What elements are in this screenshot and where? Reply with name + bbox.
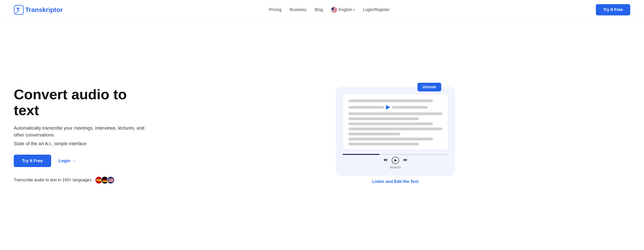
doc-line-7 bbox=[348, 133, 400, 135]
logo-icon: T bbox=[14, 5, 24, 15]
languages-row: Transcribe audio to text in 100+ languag… bbox=[14, 176, 147, 184]
listen-edit-label[interactable]: Listen and Edit the Text bbox=[336, 179, 455, 184]
document-mock bbox=[343, 94, 448, 150]
hero-subtitle2: State of the art A.I., simple interface bbox=[14, 141, 147, 146]
audio-controls bbox=[382, 156, 408, 165]
header-try-free-button[interactable]: Try It Free bbox=[596, 4, 630, 15]
svg-rect-9 bbox=[331, 12, 337, 12]
play-button[interactable] bbox=[391, 156, 400, 165]
hero-subtitle1: Automatically transcribe your meetings, … bbox=[14, 124, 147, 138]
play-inner-icon bbox=[394, 159, 397, 162]
time-code: 00:00:03 bbox=[390, 166, 401, 169]
fast-forward-icon bbox=[403, 158, 408, 162]
hero-illustration: Unmute bbox=[160, 87, 630, 184]
doc-line-6 bbox=[348, 128, 442, 130]
svg-marker-13 bbox=[404, 159, 406, 161]
rewind-button[interactable] bbox=[382, 157, 388, 164]
language-flags: 🇪🇸 🇩🇪 🇺🇸 bbox=[95, 176, 115, 184]
login-arrow-icon: → bbox=[72, 158, 76, 163]
logo[interactable]: T Transkriptor bbox=[14, 5, 62, 15]
svg-marker-12 bbox=[385, 159, 387, 161]
hero-left-content: Convert audio to text Automatically tran… bbox=[14, 87, 147, 184]
audio-track-filled bbox=[343, 154, 380, 155]
doc-line-4 bbox=[348, 117, 419, 120]
play-cursor-row bbox=[348, 105, 442, 110]
unmute-button[interactable]: Unmute bbox=[418, 83, 441, 91]
svg-rect-8 bbox=[331, 11, 337, 12]
language-selector[interactable]: English ▾ bbox=[331, 7, 355, 13]
svg-rect-10 bbox=[331, 7, 334, 10]
hero-try-free-button[interactable]: Try It Free bbox=[14, 155, 51, 167]
doc-line-3 bbox=[348, 112, 442, 115]
rewind-icon bbox=[383, 158, 388, 162]
doc-line-partial bbox=[348, 106, 384, 109]
hero-login-button[interactable]: Login → bbox=[58, 158, 76, 163]
svg-rect-7 bbox=[331, 10, 337, 10]
audio-player: 00:00:03 bbox=[343, 154, 448, 169]
nav-business[interactable]: Business bbox=[290, 7, 306, 12]
hero-section: Convert audio to text Automatically tran… bbox=[0, 20, 644, 250]
audio-track bbox=[343, 154, 448, 155]
play-circle-icon bbox=[392, 157, 399, 164]
login-label: Login bbox=[58, 158, 70, 163]
header: T Transkriptor Pricing Business Blog bbox=[0, 0, 644, 20]
hero-title: Convert audio to text bbox=[14, 87, 147, 118]
logo-text: Transkriptor bbox=[25, 6, 62, 14]
language-label: English bbox=[338, 7, 352, 12]
nav-blog[interactable]: Blog bbox=[315, 7, 323, 12]
chevron-down-icon: ▾ bbox=[354, 8, 355, 12]
fast-forward-button[interactable] bbox=[403, 157, 408, 164]
doc-line-9 bbox=[348, 143, 419, 146]
languages-text: Transcribe audio to text in 100+ languag… bbox=[14, 178, 92, 182]
nav: Pricing Business Blog En bbox=[269, 7, 390, 13]
doc-line-1 bbox=[348, 99, 433, 102]
hero-buttons: Try It Free Login → bbox=[14, 155, 147, 167]
svg-marker-11 bbox=[384, 159, 385, 161]
doc-line-after bbox=[392, 106, 428, 109]
svg-rect-4 bbox=[331, 7, 337, 8]
illustration-wrapper: Unmute bbox=[336, 87, 455, 184]
logo-letter-t: T bbox=[25, 6, 29, 13]
play-cursor-icon bbox=[386, 105, 390, 110]
flag-us: 🇺🇸 bbox=[107, 176, 115, 184]
doc-lines bbox=[348, 99, 442, 146]
svg-marker-14 bbox=[406, 159, 407, 161]
illustration-background: Unmute bbox=[336, 87, 455, 176]
doc-line-5 bbox=[348, 122, 433, 125]
doc-line-8 bbox=[348, 138, 433, 140]
nav-login-register[interactable]: Login/Register bbox=[363, 7, 390, 12]
nav-pricing[interactable]: Pricing bbox=[269, 7, 282, 12]
us-flag-icon bbox=[331, 7, 337, 13]
